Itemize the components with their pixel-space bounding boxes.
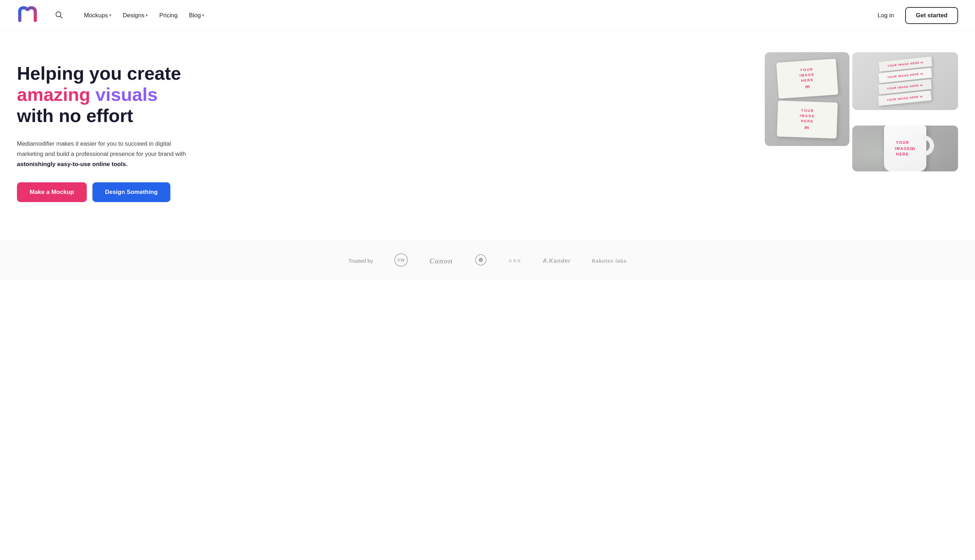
business-card-2: YOURIMAGEHEREm — [777, 100, 837, 138]
chevron-down-icon: ▾ — [109, 13, 112, 18]
nav-left: Mockups ▾ Designs ▾ Pricing Blog ▾ — [17, 6, 208, 25]
hero-heading-line3: with no effort — [17, 105, 193, 127]
nav-links: Mockups ▾ Designs ▾ Pricing Blog ▾ — [80, 9, 208, 22]
brand-3 — [474, 253, 488, 268]
brand-5: A.Kander — [543, 258, 571, 264]
nav-designs[interactable]: Designs ▾ — [118, 9, 152, 22]
get-started-button[interactable]: Get started — [905, 7, 958, 24]
hero-buttons: Make a Mockup Design Something — [17, 182, 193, 202]
chevron-down-icon: ▾ — [202, 13, 204, 18]
brand-vw: VW — [394, 253, 408, 269]
brand-4: ≡≡≡ — [509, 258, 522, 264]
trusted-label: Trusted by — [348, 258, 373, 264]
design-something-button[interactable]: Design Something — [92, 182, 170, 202]
mug-shape: YOURIMAGEHEREm — [884, 125, 926, 172]
hero-heading-line2: amazing visuals — [17, 84, 193, 105]
hero-description: Mediamodifier makes it easier for you to… — [17, 139, 193, 170]
mockup-books[interactable]: YOUR IMAGE HERE m YOUR IMAGE HERE m YOUR… — [852, 52, 958, 110]
mockup-grid: YOURIMAGEHEREm YOURIMAGEHEREm YOUR IMAGE… — [765, 52, 958, 213]
nav-right: Log in Get started — [872, 7, 958, 24]
mug-container: YOURIMAGEHEREm — [884, 125, 926, 172]
hero-amazing: amazing — [17, 84, 90, 105]
navigation: Mockups ▾ Designs ▾ Pricing Blog ▾ Log i… — [0, 0, 975, 31]
chevron-down-icon: ▾ — [146, 13, 148, 18]
mockup-mug[interactable]: YOURIMAGEHEREm — [852, 125, 958, 172]
make-mockup-button[interactable]: Make a Mockup — [17, 182, 87, 202]
mockup-business-cards[interactable]: YOURIMAGEHEREm YOURIMAGEHEREm — [765, 52, 849, 146]
business-card-1: YOURIMAGEHEREm — [776, 58, 838, 99]
svg-text:VW: VW — [398, 258, 405, 263]
hero-section: Helping you create amazing visuals with … — [0, 31, 975, 241]
hero-content: Helping you create amazing visuals with … — [17, 63, 193, 202]
brand-rakuten: Rakuten labs — [592, 258, 627, 264]
svg-point-4 — [479, 258, 483, 262]
search-button[interactable] — [52, 8, 66, 23]
trusted-bar: Trusted by VW Canon ≡≡≡ A.Kander Rakuten… — [0, 241, 975, 280]
nav-pricing[interactable]: Pricing — [155, 9, 182, 22]
nav-blog[interactable]: Blog ▾ — [185, 9, 208, 22]
logo[interactable] — [17, 6, 38, 25]
login-button[interactable]: Log in — [872, 9, 900, 22]
mug-body: YOURIMAGEHEREm — [884, 125, 926, 172]
hero-visuals: visuals — [96, 84, 158, 105]
brand-canon: Canon — [429, 257, 453, 265]
hero-heading-line1: Helping you create — [17, 63, 193, 84]
nav-mockups[interactable]: Mockups ▾ — [80, 9, 116, 22]
